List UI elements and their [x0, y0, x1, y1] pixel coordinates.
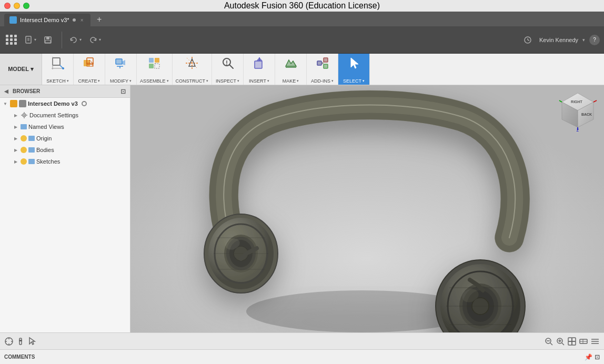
tab-close-button[interactable]: × — [79, 17, 85, 23]
svg-marker-46 — [351, 58, 358, 68]
new-tab-button[interactable]: + — [94, 14, 105, 25]
history-button[interactable] — [520, 33, 535, 47]
svg-rect-6 — [45, 41, 51, 43]
svg-point-36 — [226, 64, 227, 65]
make-icon — [284, 56, 298, 70]
tree-origin[interactable]: ▶ Origin — [0, 133, 130, 144]
tree-sketches-arrow: ▶ — [13, 159, 19, 164]
status-view-options[interactable] — [567, 337, 577, 346]
model-selector[interactable]: MODEL ▾ — [0, 54, 42, 85]
apps-menu-button[interactable] — [4, 33, 19, 47]
tree-root[interactable]: ▼ Intersect Demo v3 — [0, 98, 130, 109]
file-arrow: ▾ — [34, 37, 36, 42]
tree-sketches-label: Sketches — [36, 158, 60, 165]
sidebar-expand-button[interactable]: ⊡ — [120, 88, 126, 95]
tree-document-settings[interactable]: ▶ Document Settings — [0, 109, 130, 121]
ribbon-select[interactable]: SELECT ▾ — [338, 54, 370, 85]
comments-label: COMMENTS — [4, 354, 35, 360]
tab-icon — [9, 16, 17, 24]
tree-views-arrow: ▶ — [13, 125, 19, 129]
redo-button[interactable]: ▾ — [86, 33, 104, 47]
status-grid-icon[interactable] — [590, 337, 600, 346]
ribbon-insert[interactable]: INSERT ▾ — [244, 54, 275, 85]
toolbar-right: Kevin Kennedy ▾ ? — [520, 33, 600, 47]
status-zoom-out-icon[interactable] — [544, 337, 553, 346]
status-bar — [0, 332, 604, 349]
ribbon-create[interactable]: CREATE ▾ — [74, 54, 105, 85]
tree-bodies[interactable]: ▶ Bodies — [0, 144, 130, 156]
select-label: SELECT ▾ — [343, 78, 365, 84]
viewport[interactable]: RIGHT BACK Z — [130, 85, 604, 332]
svg-rect-28 — [155, 64, 159, 68]
tree-root-status-icon — [82, 101, 87, 106]
svg-rect-105 — [568, 341, 572, 345]
status-zoom-icon[interactable] — [556, 337, 565, 346]
user-menu-arrow[interactable]: ▾ — [582, 37, 585, 43]
svg-rect-5 — [46, 37, 49, 39]
window-controls — [4, 3, 29, 9]
ribbon-make[interactable]: MAKE ▾ — [275, 54, 307, 85]
redo-icon — [89, 36, 97, 44]
svg-marker-95 — [29, 338, 35, 345]
maximize-button[interactable] — [23, 3, 29, 9]
file-button[interactable]: ▾ — [21, 33, 39, 47]
ribbon-assemble[interactable]: ASSEMBLE ▾ — [137, 54, 173, 85]
svg-line-9 — [528, 40, 529, 41]
tree-named-views-label: Named Views — [28, 124, 64, 130]
svg-rect-27 — [149, 64, 154, 68]
toolbar: ▾ ▾ ▾ — [0, 26, 604, 54]
assemble-label: ASSEMBLE ▾ — [140, 78, 169, 84]
folder-icon — [21, 124, 27, 129]
separator-1 — [62, 32, 62, 48]
tree-sketches[interactable]: ▶ Sketches — [0, 156, 130, 167]
comments-expand-button[interactable]: ⊡ — [595, 353, 600, 361]
make-label: MAKE ▾ — [283, 78, 299, 84]
sidebar-collapse-icon[interactable]: ◀ — [4, 88, 11, 95]
ribbon-inspect[interactable]: INSPECT ▾ — [212, 54, 244, 85]
apps-grid-icon — [6, 35, 17, 45]
ribbon-sketch[interactable]: SKETCH ▾ — [42, 54, 74, 85]
title-bar: Autodesk Fusion 360 (Education License) — [0, 0, 604, 12]
minimize-button[interactable] — [14, 3, 20, 9]
svg-rect-37 — [255, 61, 262, 68]
status-display-icon[interactable] — [4, 337, 14, 346]
tree-root-arrow: ▼ — [2, 102, 8, 106]
ribbon-addins[interactable]: ADD-INS ▾ — [307, 54, 338, 85]
status-display-mode[interactable] — [579, 337, 588, 346]
construct-label: CONSTRUCT ▾ — [176, 78, 209, 84]
undo-button[interactable]: ▾ — [66, 33, 85, 47]
addins-icon — [315, 56, 330, 70]
comments-pin-button[interactable]: 📌 — [585, 353, 592, 361]
undo-icon — [69, 36, 78, 44]
svg-rect-43 — [324, 64, 328, 68]
user-name: Kevin Kennedy — [539, 37, 578, 43]
svg-point-48 — [24, 115, 25, 116]
active-tab[interactable]: Intersect Demo v3* × — [4, 14, 90, 26]
navigation-cube[interactable]: RIGHT BACK Z — [557, 90, 599, 133]
undo-arrow: ▾ — [79, 37, 82, 42]
svg-line-34 — [229, 65, 233, 68]
ribbon: MODEL ▾ SKETCH ▾ — [0, 54, 604, 85]
ribbon-modify[interactable]: MODIFY ▾ — [105, 54, 137, 85]
sidebar-title: BROWSER — [13, 88, 40, 94]
comments-bar: COMMENTS 📌 ⊡ — [0, 349, 604, 364]
sketch-label: SKETCH ▾ — [46, 78, 69, 84]
svg-text:RIGHT: RIGHT — [571, 100, 583, 104]
svg-rect-103 — [568, 338, 572, 341]
help-button[interactable]: ? — [589, 35, 600, 45]
modify-label: MODIFY ▾ — [110, 78, 132, 84]
bodies-folder-icon — [28, 147, 35, 153]
svg-rect-42 — [324, 58, 328, 62]
tree-named-views[interactable]: ▶ Named Views — [0, 121, 130, 133]
main-area: ◀ BROWSER ⊡ ▼ Intersect Demo v3 ▶ Docume… — [0, 85, 604, 332]
status-tool-icon[interactable] — [16, 337, 25, 346]
svg-rect-10 — [53, 58, 60, 65]
ribbon-construct[interactable]: CONSTRUCT ▾ — [173, 54, 213, 85]
tree-origin-label: Origin — [36, 135, 52, 141]
sidebar: ◀ BROWSER ⊡ ▼ Intersect Demo v3 ▶ Docume… — [0, 85, 130, 332]
save-button[interactable] — [41, 33, 55, 47]
status-cursor-icon[interactable] — [27, 337, 37, 346]
save-icon — [44, 36, 52, 44]
tree-root-doc-icon — [19, 100, 26, 107]
close-button[interactable] — [4, 3, 11, 9]
